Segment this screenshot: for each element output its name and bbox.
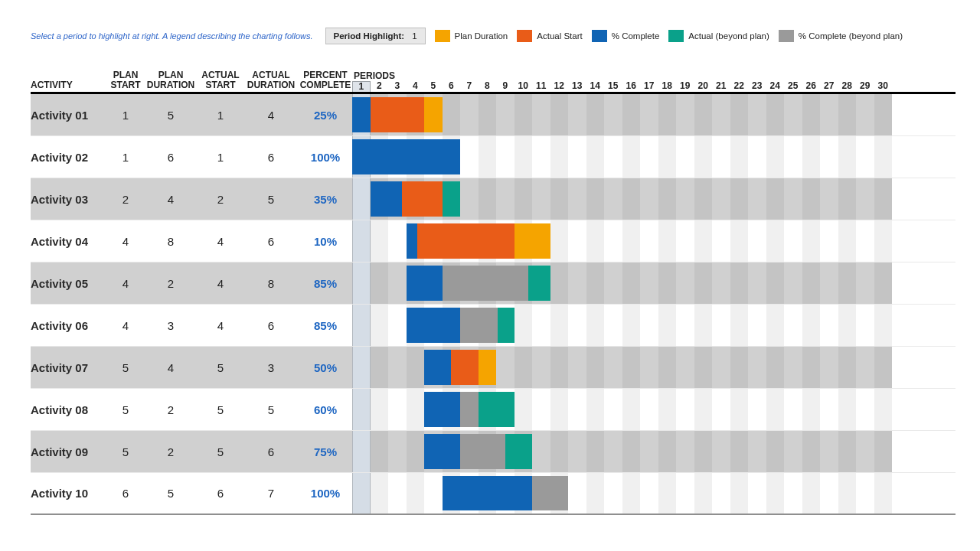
cell-plan-start: 1 <box>107 136 144 178</box>
period-num-17[interactable]: 17 <box>640 81 658 93</box>
legend-swatch <box>592 30 607 42</box>
bar-complete <box>424 350 451 385</box>
cell-actual-start: 1 <box>198 94 243 135</box>
cell-activity: Activity 01 <box>31 94 107 135</box>
period-num-3[interactable]: 3 <box>388 81 407 93</box>
period-num-6[interactable]: 6 <box>443 81 461 93</box>
col-activity: ACTIVITY <box>31 70 107 92</box>
table-row: Activity 09525675% <box>31 431 956 473</box>
cell-plan-duration: 3 <box>144 305 198 346</box>
cell-actual-duration: 5 <box>243 389 299 430</box>
cell-plan-duration: 2 <box>144 431 198 472</box>
period-num-30[interactable]: 30 <box>874 81 893 93</box>
period-num-5[interactable]: 5 <box>424 81 443 93</box>
period-num-28[interactable]: 28 <box>838 81 857 93</box>
period-highlight-label: Period Highlight: <box>334 31 405 41</box>
col-percent-complete: PERCENTCOMPLETE <box>299 70 352 92</box>
table-row: Activity 04484610% <box>31 220 956 262</box>
period-num-16[interactable]: 16 <box>622 81 641 93</box>
chart-cell <box>352 305 892 346</box>
legend-hint: Select a period to highlight at right. A… <box>31 31 313 41</box>
cell-plan-duration: 6 <box>144 136 198 178</box>
cell-actual-start: 6 <box>198 473 243 514</box>
period-num-15[interactable]: 15 <box>604 81 622 93</box>
cell-plan-start: 4 <box>107 262 144 304</box>
period-num-1[interactable]: 1 <box>352 81 371 93</box>
col-actual-start: ACTUALSTART <box>198 70 243 92</box>
period-num-21[interactable]: 21 <box>712 81 730 93</box>
bar-complete-beyond <box>443 266 529 301</box>
cell-activity: Activity 04 <box>31 220 107 262</box>
period-highlight-box[interactable]: Period Highlight: 1 <box>325 28 426 44</box>
table-row: Activity 08525560% <box>31 389 956 431</box>
cell-plan-duration: 2 <box>144 389 198 430</box>
chart-cell <box>352 262 892 304</box>
period-num-25[interactable]: 25 <box>784 81 802 93</box>
period-num-8[interactable]: 8 <box>479 81 497 93</box>
cell-percent-complete: 50% <box>299 347 352 388</box>
period-num-27[interactable]: 27 <box>820 81 838 93</box>
legend-swatch <box>668 30 684 42</box>
period-num-29[interactable]: 29 <box>856 81 874 93</box>
period-num-7[interactable]: 7 <box>460 81 479 93</box>
cell-percent-complete: 100% <box>299 473 352 514</box>
cell-actual-start: 5 <box>198 389 243 430</box>
cell-plan-start: 1 <box>107 94 144 135</box>
period-num-2[interactable]: 2 <box>371 81 389 93</box>
legend-label: % Complete <box>612 31 660 41</box>
bar-complete-beyond <box>532 476 568 510</box>
period-num-26[interactable]: 26 <box>802 81 821 93</box>
cell-percent-complete: 35% <box>299 178 352 220</box>
cell-actual-start: 2 <box>198 178 243 220</box>
chart-cell <box>352 136 892 178</box>
period-num-9[interactable]: 9 <box>496 81 514 93</box>
cell-percent-complete: 85% <box>299 262 352 304</box>
cell-plan-start: 4 <box>107 220 144 262</box>
cell-actual-duration: 3 <box>243 347 299 388</box>
period-num-20[interactable]: 20 <box>694 81 713 93</box>
header-row: ACTIVITY PLANSTART PLANDURATION ACTUALST… <box>31 70 956 94</box>
period-num-11[interactable]: 11 <box>532 81 550 93</box>
period-num-4[interactable]: 4 <box>407 81 425 93</box>
cell-plan-start: 5 <box>107 431 144 472</box>
cell-activity: Activity 09 <box>31 431 107 472</box>
period-num-13[interactable]: 13 <box>568 81 586 93</box>
period-num-23[interactable]: 23 <box>748 81 766 93</box>
cell-actual-duration: 6 <box>243 431 299 472</box>
legend-swatch <box>517 30 532 42</box>
cell-actual-duration: 7 <box>243 473 299 514</box>
bar-complete-beyond <box>460 392 479 427</box>
col-plan-start: PLANSTART <box>107 70 144 92</box>
period-num-24[interactable]: 24 <box>766 81 785 93</box>
period-num-12[interactable]: 12 <box>550 81 569 93</box>
cell-activity: Activity 06 <box>31 305 107 346</box>
period-num-18[interactable]: 18 <box>658 81 677 93</box>
cell-plan-start: 4 <box>107 305 144 346</box>
table-row: Activity 05424885% <box>31 262 956 305</box>
legend-item-4: % Complete (beyond plan) <box>779 30 903 42</box>
period-num-10[interactable]: 10 <box>514 81 533 93</box>
col-plan-duration: PLANDURATION <box>144 70 198 92</box>
table-row: Activity 07545350% <box>31 347 956 389</box>
cell-plan-start: 6 <box>107 473 144 514</box>
bar-actual <box>407 223 514 259</box>
chart-cell <box>352 431 892 472</box>
bar-complete <box>371 181 402 217</box>
chart-cell <box>352 94 892 135</box>
cell-plan-start: 5 <box>107 389 144 430</box>
bar-complete <box>407 223 417 259</box>
chart-cell <box>352 220 892 262</box>
cell-percent-complete: 25% <box>299 94 352 135</box>
chart-cell <box>352 389 892 430</box>
bar-complete <box>407 266 443 301</box>
legend-label: % Complete (beyond plan) <box>799 31 903 41</box>
legend-swatch <box>779 30 794 42</box>
period-num-22[interactable]: 22 <box>730 81 749 93</box>
period-num-14[interactable]: 14 <box>586 81 605 93</box>
cell-activity: Activity 08 <box>31 389 107 430</box>
bar-complete <box>424 434 460 469</box>
table-row: Activity 06434685% <box>31 305 956 347</box>
cell-actual-start: 4 <box>198 262 243 304</box>
cell-plan-duration: 5 <box>144 473 198 514</box>
period-num-19[interactable]: 19 <box>676 81 694 93</box>
